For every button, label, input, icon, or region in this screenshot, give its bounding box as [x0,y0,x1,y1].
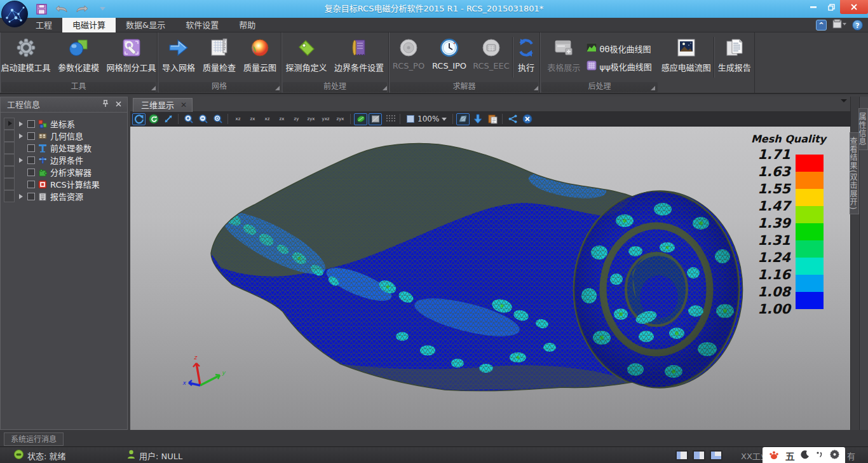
tab-properties[interactable]: 属性信息 [858,108,868,150]
minimize-button[interactable] [804,0,822,14]
generate-report-button[interactable]: 生成报告 [714,34,754,81]
checkbox[interactable] [27,181,35,188]
checkbox[interactable] [27,144,35,152]
tree-item-analysis-solver[interactable]: 分析求解器 [16,166,126,178]
checkbox[interactable] [27,132,35,140]
panel-close-icon[interactable] [113,100,123,110]
coordinate-system-icon [37,119,48,129]
ime-brand-icon[interactable] [768,449,780,462]
tab-system-messages[interactable]: 系统运行消息 [4,432,64,446]
row-selector[interactable] [4,154,15,166]
title-bar: 复杂目标RCS电磁分析软件2015 R1 - RCS_2015031801* [0,0,868,18]
row-selector[interactable] [4,118,15,130]
tab-help[interactable]: 帮助 [229,18,266,32]
ime-settings-gear-icon[interactable] [830,450,839,461]
help-icon[interactable]: ? [852,20,863,31]
window-style-icon[interactable] [832,19,846,31]
surface-select-icon[interactable] [456,113,470,125]
row-selector[interactable] [4,166,15,178]
tab-em-compute[interactable]: 电磁计算 [62,18,116,32]
tab-3d-display[interactable]: 三维显示 ✕ [133,98,193,112]
user-icon [127,450,135,461]
pin-icon[interactable] [100,100,111,110]
view-preset-5-button[interactable]: zy [290,113,303,125]
tab-data-display[interactable]: 数据&显示 [116,18,175,32]
parametric-modeling-button[interactable]: 参数化建模 [53,34,104,81]
row-selector[interactable] [4,190,15,202]
viewport-3d[interactable]: z y x Mesh Quality 1.71 1.63 1.55 1.47 1… [130,127,850,432]
expander-icon[interactable] [17,132,25,140]
layout-left-panel-button[interactable] [675,450,688,460]
tree-item-coordinate-system[interactable]: 坐标系 [16,118,126,130]
group-expand-icon[interactable] [651,86,655,90]
theta-curve-button[interactable]: θθ极化曲线图 [584,41,659,55]
pan-arrow-icon[interactable] [161,113,175,125]
view-preset-4-button[interactable]: zx [275,113,288,125]
layout-bottom-panel-button[interactable] [693,450,705,460]
view-preset-3-button[interactable]: xz [261,113,274,125]
wireframe-dots-icon[interactable] [383,113,397,125]
tab-close-icon[interactable]: ✕ [180,99,187,112]
start-modeling-button[interactable]: 启动建模工具 [0,34,51,81]
copy-image-icon[interactable] [485,113,499,125]
checkbox[interactable] [27,156,35,164]
ime-punctuation-icon[interactable] [815,450,824,461]
collapse-ribbon-icon[interactable]: ^ [816,20,827,31]
quality-cloud-button[interactable]: 质量云图 [240,34,280,81]
zoom-out-icon[interactable] [196,113,210,125]
boundary-settings-button[interactable]: 边界条件设置 [330,34,388,81]
tree-item-geometry-info[interactable]: 几何信息 [16,130,126,142]
group-expand-icon[interactable] [151,86,156,90]
close-circle-icon[interactable] [520,113,534,125]
close-button[interactable] [840,0,868,14]
psi-curve-button[interactable]: ψψ极化曲线图 [584,59,659,73]
rcs-ipo-button[interactable]: RCS_IPO [428,34,470,81]
refresh-view-icon[interactable] [147,113,160,125]
ime-toolbar[interactable]: 五 [763,447,845,463]
ime-mode-label[interactable]: 五 [785,449,795,462]
view-preset-6-button[interactable]: zyx [304,113,318,125]
shaded-leaf-icon[interactable] [354,113,367,125]
em-current-map-button[interactable]: 感应电磁流图 [658,34,714,81]
checkbox[interactable] [27,120,35,128]
checkbox[interactable] [27,169,35,176]
tab-software-settings[interactable]: 软件设置 [175,18,229,32]
view-preset-7-button[interactable]: yxz [319,113,332,125]
tree-item-report-resources[interactable]: 报告资源 [16,190,126,202]
view-preset-8-button[interactable]: zyx [334,113,347,125]
group-expand-icon[interactable] [534,86,538,90]
expander-icon[interactable] [17,156,25,164]
ime-moon-icon[interactable] [801,450,810,461]
rotate-view-icon[interactable] [132,113,146,125]
restore-button[interactable] [822,0,840,14]
execute-button[interactable]: 执行 [513,34,539,81]
group-expand-icon[interactable] [383,86,387,90]
expander-icon[interactable] [17,193,25,200]
quality-check-button[interactable]: 质量检查 [199,34,240,81]
arrow-down-icon[interactable] [471,113,484,125]
strip-dropdown-icon[interactable] [841,99,847,102]
row-selector[interactable] [4,178,15,190]
layout-split-button[interactable] [710,450,722,460]
meshing-tool-button[interactable]: 网格剖分工具 [105,34,157,81]
view-preset-2-button[interactable]: zx [246,113,259,125]
zoom-in-icon[interactable] [182,113,195,125]
probe-angle-button[interactable]: 探测角定义 [282,34,330,81]
zoom-level-select[interactable]: 100% [403,114,449,123]
status-text: 状态: 就绪 [27,450,66,462]
row-selector[interactable] [4,130,15,142]
import-mesh-button[interactable]: 导入网格 [158,34,199,81]
group-expand-icon[interactable] [275,86,280,90]
expander-icon[interactable] [17,120,25,128]
checkbox[interactable] [27,193,35,200]
tree-item-rcs-results[interactable]: RCS计算结果 [16,178,126,190]
view-preset-1-button[interactable]: xz [231,113,245,125]
row-selector[interactable] [4,142,15,154]
zoom-fit-icon[interactable] [211,113,224,125]
flat-shade-icon[interactable] [369,113,382,125]
tab-project[interactable]: 工程 [25,18,62,32]
share-icon[interactable] [506,113,519,125]
app-logo-icon[interactable] [1,1,28,27]
tree-item-preprocess-params[interactable]: 前处理参数 [16,142,126,154]
tree-item-boundary-conditions[interactable]: 边界条件 [16,154,126,166]
